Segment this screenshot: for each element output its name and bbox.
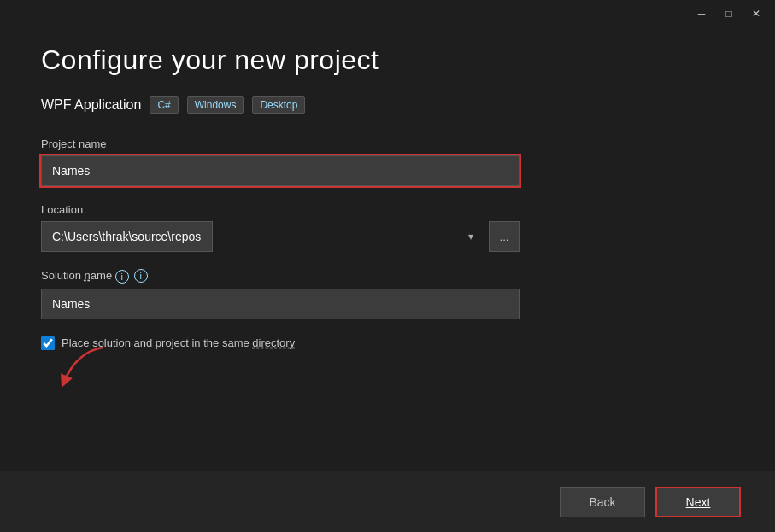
project-name-group: Project name: [41, 137, 734, 186]
next-button-label: Next: [686, 495, 711, 509]
app-type-row: WPF Application C# Windows Desktop: [41, 96, 734, 114]
info-icon2: i: [115, 270, 129, 284]
location-select[interactable]: C:\Users\thrak\source\repos: [41, 221, 213, 252]
footer: Back Next: [0, 471, 775, 532]
close-button[interactable]: ✕: [744, 5, 768, 22]
location-label: Location: [41, 203, 734, 216]
solution-name-label: Solution name i: [41, 269, 129, 284]
main-content: Configure your new project WPF Applicati…: [0, 27, 775, 367]
project-name-label: Project name: [41, 137, 734, 150]
checkbox-row: Place solution and project in the same d…: [41, 336, 734, 350]
tag-windows: Windows: [187, 96, 244, 114]
next-button[interactable]: Next: [655, 487, 741, 517]
solution-name-group: Solution name i i: [41, 269, 734, 319]
solution-label-row: Solution name i i: [41, 269, 734, 284]
tag-csharp: C#: [150, 96, 178, 114]
location-select-wrapper: C:\Users\thrak\source\repos: [41, 221, 482, 252]
solution-name-input[interactable]: [41, 289, 520, 319]
project-name-input[interactable]: [41, 155, 520, 186]
page-title: Configure your new project: [41, 44, 734, 76]
tag-desktop: Desktop: [252, 96, 305, 114]
restore-button[interactable]: □: [717, 5, 741, 22]
location-row: C:\Users\thrak\source\repos ...: [41, 221, 520, 252]
info-icon[interactable]: i: [134, 269, 148, 283]
project-name-input-wrapper: [41, 155, 520, 186]
browse-button[interactable]: ...: [489, 221, 520, 252]
app-type-label: WPF Application: [41, 97, 141, 113]
directory-underlined: directory: [252, 336, 295, 349]
same-directory-checkbox[interactable]: [41, 336, 55, 350]
back-button[interactable]: Back: [560, 487, 645, 517]
same-directory-label: Place solution and project in the same d…: [62, 336, 295, 349]
minimize-button[interactable]: ─: [690, 5, 713, 22]
location-group: Location C:\Users\thrak\source\repos ...: [41, 203, 734, 252]
title-bar: ─ □ ✕: [0, 0, 775, 27]
